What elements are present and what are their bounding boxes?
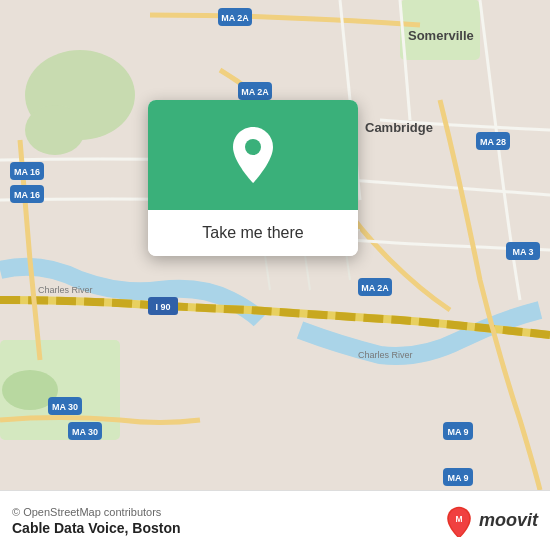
svg-point-2 <box>25 105 85 155</box>
attribution-text: © OpenStreetMap contributors <box>12 506 181 518</box>
svg-text:M: M <box>455 513 462 523</box>
svg-text:Somerville: Somerville <box>408 28 474 43</box>
place-name: Cable Data Voice, Boston <box>12 520 181 536</box>
svg-text:MA 2A: MA 2A <box>361 283 389 293</box>
svg-text:MA 9: MA 9 <box>447 427 468 437</box>
svg-text:MA 30: MA 30 <box>52 402 78 412</box>
moovit-pin-icon: M <box>443 505 475 537</box>
location-pin-icon <box>227 125 279 185</box>
svg-text:MA 28: MA 28 <box>480 137 506 147</box>
moovit-text: moovit <box>479 510 538 531</box>
svg-text:MA 3: MA 3 <box>512 247 533 257</box>
svg-text:Charles River: Charles River <box>358 350 413 360</box>
svg-text:Cambridge: Cambridge <box>365 120 433 135</box>
svg-text:MA 16: MA 16 <box>14 190 40 200</box>
popup-card: Take me there <box>148 100 358 256</box>
svg-text:MA 30: MA 30 <box>72 427 98 437</box>
svg-text:I 90: I 90 <box>155 302 170 312</box>
map-container: MA 2A MA 2A MA 2A MA 16 MA 16 MA 28 MA 3… <box>0 0 550 490</box>
bottom-bar: © OpenStreetMap contributors Cable Data … <box>0 490 550 550</box>
svg-text:MA 2A: MA 2A <box>221 13 249 23</box>
svg-text:MA 16: MA 16 <box>14 167 40 177</box>
moovit-logo: M moovit <box>443 505 538 537</box>
svg-text:MA 2A: MA 2A <box>241 87 269 97</box>
svg-point-34 <box>245 139 261 155</box>
bottom-left-info: © OpenStreetMap contributors Cable Data … <box>12 506 181 536</box>
svg-text:MA 9: MA 9 <box>447 473 468 483</box>
svg-text:Charles River: Charles River <box>38 285 93 295</box>
take-me-there-button[interactable]: Take me there <box>148 210 358 256</box>
popup-header <box>148 100 358 210</box>
